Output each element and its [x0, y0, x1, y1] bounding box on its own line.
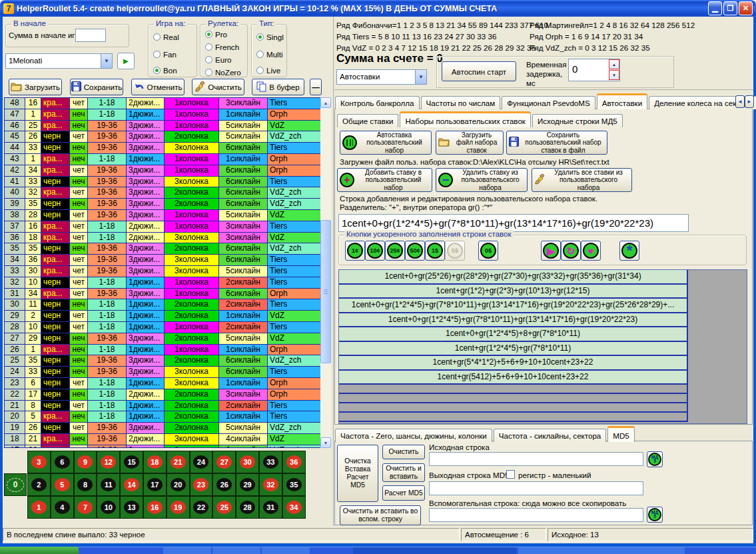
table-row[interactable]: 4816кра...чет1-182дюжи...1колонка3сиклай…	[5, 98, 321, 109]
chevron-down-icon[interactable]: ▼	[415, 70, 426, 84]
table-row[interactable]: 2810чернчет1-181дюжи...1колонка2сиклайнT…	[5, 322, 321, 333]
copy-button[interactable]: В буфер	[252, 79, 304, 95]
roulette-cell-1[interactable]: 1	[27, 496, 51, 519]
coin-button-50[interactable]: 50¢	[405, 241, 425, 261]
bet-list-item[interactable]: 1cent+0+gr(1*2*4*5)+8+gr(7*8*10*11)	[339, 327, 688, 342]
table-row[interactable]: 3210чернчет1-181дюжи...1колонка2сиклайнT…	[5, 277, 321, 289]
roulette-cell-15[interactable]: 15	[120, 451, 143, 473]
bet-list-item[interactable]: 1cent+gr(1*2*4*5)+gr(7*8*10*11)	[339, 342, 688, 357]
bet-list-item[interactable]: 1cent+0+gr(1*2*4*5)+gr(7*8*10*11)+gr(13*…	[339, 313, 688, 328]
bet-list-item[interactable]: 1cent+gr(1*2)+gr(2*3)+gr(10*13)+gr(12*15…	[339, 285, 688, 299]
coin-button-10[interactable]: 10¢	[365, 241, 385, 261]
run-preset-button[interactable]: ►	[117, 53, 135, 69]
table-row[interactable]: 2433черннеч19-363дюжи...3колонка6сиклайн…	[5, 367, 321, 378]
undo-button[interactable]: Отменить	[131, 79, 185, 95]
roulette-cell-33[interactable]: 33	[259, 451, 282, 473]
bet-string-input[interactable]: 1cent+0+gr(1*2*4*5)+gr(7*8*10*11)+gr(13*…	[338, 214, 689, 232]
roulette-cell-36[interactable]: 36	[282, 451, 306, 473]
radio-nozero[interactable]: NoZero	[205, 68, 241, 77]
radio-multi[interactable]: Multi	[256, 50, 282, 59]
roulette-cell-11[interactable]: 11	[97, 473, 120, 496]
roulette-cell-32[interactable]: 32	[259, 473, 282, 496]
table-row[interactable]: 4526чернчет19-363дюжи...2колонка5сиклайн…	[5, 131, 321, 143]
table-row[interactable]: 292чернчет1-181дюжи...2колонка1сиклайнVd…	[5, 311, 321, 322]
roulette-cell-30[interactable]: 30	[236, 451, 259, 473]
roulette-cell-12[interactable]: 12	[97, 451, 120, 473]
save-set-button[interactable]: Сохранить пользовательский набор ставок …	[506, 131, 607, 155]
table-row[interactable]: 4133черннеч19-363дюжи...3колонка6сиклайн…	[5, 177, 321, 188]
radio-singl[interactable]: Singl	[256, 33, 284, 41]
table-row[interactable]: 3618кра...чет1-182дюжи...3колонка3сиклай…	[5, 233, 321, 244]
coin-button-1[interactable]: 1$	[425, 241, 445, 261]
table-row[interactable]: 261кра...неч1-181дюжи...1колонка1сиклайн…	[5, 345, 321, 356]
roulette-cell-35[interactable]: 35	[282, 473, 306, 496]
table-scrollbar[interactable]: ▲ ▼	[320, 97, 331, 448]
radio-live[interactable]: Live	[256, 66, 280, 75]
start-sum-input[interactable]	[75, 29, 106, 42]
run-set-button[interactable]: ▶	[541, 241, 561, 261]
titlebar[interactable]: 7 HelperRoullet 5.4- create helperroulle…	[0, 0, 756, 17]
delay-spinbox[interactable]: 0 ▲ ▼	[568, 59, 620, 81]
md5-aux-icon-button[interactable]: МД5	[647, 507, 663, 523]
tab-sub-0[interactable]: Общие ставки	[337, 114, 398, 127]
table-row[interactable]: 1732кра...чет19-363дюжи...2колонка6сикла…	[5, 445, 321, 448]
table-row[interactable]: 4625кра...неч19-363дюжи...1колонка5сикла…	[5, 121, 321, 132]
roulette-cell-zero[interactable]: 0	[4, 473, 27, 496]
table-row[interactable]: 3330кра...чет19-363дюжи...3колонка5сикла…	[5, 266, 321, 277]
table-row[interactable]: 1926чернчет19-363дюжи...2колонка5сиклайн…	[5, 423, 321, 434]
table-row[interactable]: 2535черннеч19-363дюжи...2колонка6сиклайн…	[5, 355, 321, 367]
table-row[interactable]: 4032кра...чет19-363дюжи...2колонка6сикла…	[5, 187, 321, 199]
clear-bets-button[interactable]: Удалить все ставки из пользовательского …	[532, 168, 632, 192]
md5-source-input[interactable]	[429, 452, 643, 466]
coin-button-1[interactable]: 1¢	[345, 241, 365, 261]
taskbar-button[interactable]	[212, 547, 260, 554]
start-button[interactable]	[0, 547, 79, 554]
clear-button[interactable]: Очистить	[192, 79, 244, 95]
load-button[interactable]: Загрузить	[9, 79, 62, 95]
roulette-cell-19[interactable]: 19	[167, 496, 190, 519]
roulette-cell-26[interactable]: 26	[212, 473, 236, 496]
md5-aux-input[interactable]	[429, 508, 643, 522]
bet-list-item[interactable]: 1cent+gr(5412)+5+6+9+10+10cent+23+22	[339, 371, 688, 385]
tab-scroll-right-icon[interactable]: ►	[745, 95, 754, 108]
spin-up-icon[interactable]: ▲	[609, 59, 619, 69]
roulette-cell-8[interactable]: 8	[74, 473, 97, 496]
roulette-cell-31[interactable]: 31	[259, 496, 282, 519]
roulette-cell-23[interactable]: 23	[190, 473, 213, 496]
roulette-cell-22[interactable]: 22	[190, 496, 213, 519]
tab-main-1[interactable]: Частоты по числам	[421, 96, 501, 109]
preset-combobox[interactable]: 1Melonati ▼	[5, 53, 113, 69]
table-row[interactable]: 3828чернчет19-363дюжи...1колонка5сиклайн…	[5, 210, 321, 221]
tab-bottom-2[interactable]: MD5	[607, 426, 634, 442]
md5-clear-paste-calc-button[interactable]: Очистка Вставка Расчет MD5	[337, 445, 378, 502]
scrollbar-thumb[interactable]	[320, 220, 331, 363]
load-set-button[interactable]: Загрузить файл набора ставок	[436, 131, 504, 155]
taskbar-button[interactable]	[353, 547, 516, 554]
table-row[interactable]: 4433черннеч19-363дюжи...3колонка6сиклайн…	[5, 143, 321, 154]
roulette-cell-7[interactable]: 7	[74, 496, 97, 519]
taskbar-button[interactable]	[518, 547, 685, 554]
random-set-button[interactable]: *	[619, 241, 639, 261]
autospin-start-button[interactable]: Автоспин старт	[442, 61, 516, 81]
roulette-cell-27[interactable]: 27	[212, 451, 236, 473]
table-row[interactable]: 1821кра...неч19-362дюжи...3колонка4сикла…	[5, 434, 321, 445]
roulette-cell-6[interactable]: 6	[51, 451, 74, 473]
md5-clear-and-paste-button[interactable]: Очистить и вставить	[382, 463, 425, 482]
roulette-cell-3[interactable]: 3	[27, 451, 51, 473]
table-row[interactable]: 2729черннеч19-363дюжи...2колонка5сиклайн…	[5, 333, 321, 345]
roulette-cell-9[interactable]: 9	[74, 451, 97, 473]
md5-clear-paste-aux-button[interactable]: Очистить и вставить во вспом. строку	[340, 505, 421, 525]
roulette-cell-2[interactable]: 2	[27, 473, 51, 496]
table-row[interactable]: 218чернчет1-181дюжи...2колонка2сиклайнTi…	[5, 401, 321, 412]
save-button[interactable]: Сохранить	[70, 79, 123, 95]
close-button[interactable]: ✕	[739, 1, 753, 15]
table-row[interactable]: 2217черннеч1-182дюжи...2колонка3сиклайнO…	[5, 389, 321, 401]
radio-pro[interactable]: Pro	[205, 30, 227, 39]
scroll-up-icon[interactable]: ▲	[320, 97, 331, 108]
tab-sub-2[interactable]: Исходные строки МД5	[532, 114, 623, 127]
radio-french[interactable]: French	[205, 43, 239, 51]
table-row[interactable]: 431кра...неч1-181дюжи...1колонка1сиклайн…	[5, 154, 321, 165]
table-row[interactable]: 3011черннеч1-181дюжи...2колонка2сиклайнT…	[5, 299, 321, 311]
md5-calc-button[interactable]: Расчет MD5	[382, 485, 425, 501]
md5-clear-button[interactable]: Очистить	[382, 445, 425, 459]
